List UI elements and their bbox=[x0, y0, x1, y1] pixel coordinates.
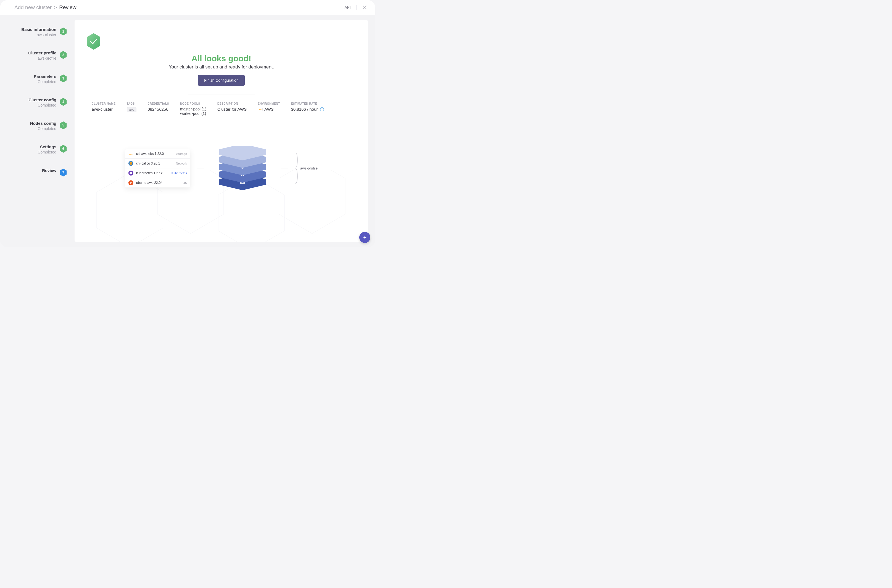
header: Add new cluster > Review API bbox=[0, 0, 375, 15]
layer-row[interactable]: kubernetes 1.27.x Kubernetes bbox=[125, 168, 190, 178]
review-panel: All looks good! Your cluster is all set … bbox=[75, 20, 368, 242]
layer-name: csi-aws-ebs 1.22.0 bbox=[136, 152, 173, 156]
aws-logo-icon: aws bbox=[258, 108, 263, 111]
step-hex-icon: 5 bbox=[60, 121, 67, 129]
svg-point-33 bbox=[130, 183, 131, 184]
step-basic-information[interactable]: Basic information aws-cluster 1 bbox=[0, 27, 63, 50]
svg-marker-29 bbox=[130, 172, 132, 174]
step-settings[interactable]: Settings Completed 6 bbox=[0, 144, 63, 168]
summary-description: DESCRIPTION Cluster for AWS bbox=[217, 102, 246, 116]
step-title: Review bbox=[42, 168, 56, 173]
hex-stack-illustration bbox=[211, 146, 274, 190]
wizard-sidebar: Basic information aws-cluster 1 Cluster … bbox=[0, 15, 63, 248]
layer-list: aws csi-aws-ebs 1.22.0 Storage cni-calic… bbox=[125, 149, 190, 188]
summary-value: Cluster for AWS bbox=[217, 107, 246, 111]
finish-configuration-button[interactable]: Finish Configuration bbox=[198, 75, 245, 86]
step-cluster-profile[interactable]: Cluster profile aws-profile 2 bbox=[0, 50, 63, 74]
layer-name: kubernetes 1.27.x bbox=[136, 171, 169, 175]
svg-marker-20 bbox=[87, 33, 100, 50]
connector-line bbox=[281, 168, 288, 168]
api-link[interactable]: API bbox=[344, 5, 356, 10]
step-title: Settings bbox=[38, 144, 56, 150]
divider bbox=[188, 94, 255, 94]
svg-point-27 bbox=[130, 163, 131, 164]
summary-row: CLUSTER NAME aws-cluster TAGS aws CREDEN… bbox=[86, 102, 357, 116]
ubuntu-icon bbox=[128, 180, 134, 185]
svg-point-32 bbox=[130, 182, 131, 182]
step-title: Basic information bbox=[21, 27, 56, 32]
summary-cluster-name: CLUSTER NAME aws-cluster bbox=[92, 102, 116, 116]
main-body: Basic information aws-cluster 1 Cluster … bbox=[0, 15, 375, 248]
brace-icon bbox=[295, 152, 298, 184]
summary-value: aws-cluster bbox=[92, 107, 116, 111]
summary-environment: ENVIRONMENT aws AWS bbox=[258, 102, 280, 116]
connector-line bbox=[197, 168, 204, 168]
summary-value: $0.8166 / hour bbox=[291, 107, 318, 111]
aws-icon: aws bbox=[128, 151, 134, 156]
success-title: All looks good! bbox=[86, 54, 357, 63]
svg-text:aws: aws bbox=[129, 153, 132, 155]
step-hex-icon: 4 bbox=[60, 98, 67, 106]
step-subtitle: Completed bbox=[38, 150, 56, 155]
summary-value: worker-pool (1) bbox=[180, 111, 206, 116]
step-subtitle: Completed bbox=[30, 126, 56, 132]
step-subtitle: aws-cluster bbox=[21, 32, 56, 38]
step-title: Nodes config bbox=[30, 121, 56, 126]
summary-tags: TAGS aws bbox=[127, 102, 137, 116]
kubernetes-icon bbox=[128, 171, 134, 176]
layer-type: Kubernetes bbox=[171, 171, 187, 175]
layer-row[interactable]: aws csi-aws-ebs 1.22.0 Storage bbox=[125, 149, 190, 159]
summary-estimated-rate: ESTIMATED RATE $0.8166 / hour bbox=[291, 102, 324, 116]
layer-type: OS bbox=[183, 181, 187, 184]
summary-label: TAGS bbox=[127, 102, 137, 105]
step-subtitle: aws-profile bbox=[28, 56, 56, 61]
summary-value: 082456256 bbox=[147, 107, 169, 111]
close-icon[interactable] bbox=[362, 5, 368, 10]
svg-point-28 bbox=[131, 163, 132, 164]
svg-text:2: 2 bbox=[62, 53, 65, 57]
svg-text:6: 6 bbox=[62, 147, 65, 151]
step-hex-icon-current: 7 bbox=[60, 168, 67, 177]
step-review[interactable]: Review 7 bbox=[0, 168, 63, 186]
profile-name: aws-profile bbox=[300, 166, 318, 170]
layer-type: Network bbox=[176, 162, 187, 165]
summary-node-pools: NODE POOLS master-pool (1) worker-pool (… bbox=[180, 102, 206, 116]
step-hex-icon: 1 bbox=[60, 27, 67, 36]
summary-label: NODE POOLS bbox=[180, 102, 206, 105]
step-hex-icon: 3 bbox=[60, 74, 67, 82]
info-icon[interactable] bbox=[320, 107, 324, 111]
layer-row[interactable]: cni-calico 3.26.1 Network bbox=[125, 159, 190, 168]
tag-pill: aws bbox=[127, 107, 137, 112]
layer-row[interactable]: ubuntu-aws 22.04 OS bbox=[125, 178, 190, 188]
stack-section: aws csi-aws-ebs 1.22.0 Storage cni-calic… bbox=[86, 146, 357, 190]
layer-name: cni-calico 3.26.1 bbox=[136, 162, 173, 165]
summary-label: ENVIRONMENT bbox=[258, 102, 280, 105]
summary-label: CLUSTER NAME bbox=[92, 102, 116, 105]
svg-text:3: 3 bbox=[62, 76, 65, 80]
svg-point-30 bbox=[130, 182, 131, 183]
svg-point-31 bbox=[131, 183, 132, 183]
step-subtitle: Completed bbox=[29, 103, 56, 108]
step-hex-icon: 6 bbox=[60, 145, 67, 153]
breadcrumb-separator: > bbox=[54, 4, 57, 10]
step-nodes-config[interactable]: Nodes config Completed 5 bbox=[0, 121, 63, 144]
summary-value: AWS bbox=[264, 107, 274, 111]
breadcrumb-parent[interactable]: Add new cluster bbox=[14, 4, 52, 10]
svg-text:aws: aws bbox=[259, 108, 262, 110]
layer-type: Storage bbox=[176, 152, 187, 155]
success-subtitle: Your cluster is all set up and ready for… bbox=[86, 64, 357, 70]
summary-label: CREDENTIALS bbox=[147, 102, 169, 105]
step-parameters[interactable]: Parameters Completed 3 bbox=[0, 74, 63, 97]
step-hex-icon: 2 bbox=[60, 51, 67, 59]
breadcrumb: Add new cluster > Review bbox=[14, 4, 77, 10]
svg-text:7: 7 bbox=[62, 171, 65, 174]
help-fab-button[interactable] bbox=[359, 232, 370, 243]
step-cluster-config[interactable]: Cluster config Completed 4 bbox=[0, 97, 63, 121]
svg-text:5: 5 bbox=[62, 123, 65, 127]
profile-label: aws-profile bbox=[295, 152, 318, 184]
svg-point-26 bbox=[129, 162, 132, 165]
step-title: Parameters bbox=[34, 74, 56, 79]
step-title: Cluster profile bbox=[28, 50, 56, 56]
layer-name: ubuntu-aws 22.04 bbox=[136, 181, 180, 184]
breadcrumb-current: Review bbox=[59, 4, 76, 10]
